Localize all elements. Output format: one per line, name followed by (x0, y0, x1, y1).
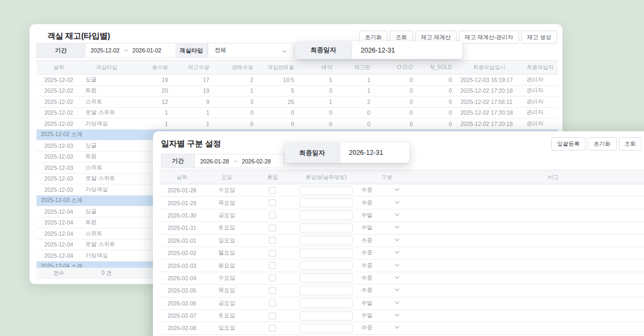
inventory-button-4[interactable]: 재고 생성 (521, 31, 557, 44)
inventory-column-header: 재고편 (336, 61, 375, 74)
room-type-label: 객실타입 (175, 43, 208, 57)
table-cell: 1 (298, 74, 336, 85)
holiday-checkbox[interactable] (269, 250, 276, 257)
holiday-checkbox[interactable] (269, 237, 276, 244)
room-type-select[interactable]: 전체 (208, 43, 294, 57)
inventory-button-3[interactable]: 재고 재계산-관리자 (459, 31, 519, 44)
day-of-week-cell: 금요일 (204, 210, 250, 221)
holiday-checkbox[interactable] (269, 274, 276, 281)
holiday-checkbox[interactable] (269, 312, 276, 319)
period-end-input[interactable]: 2026-01-02 (133, 47, 162, 54)
table-cell: 트윈 (81, 86, 132, 96)
category-select[interactable]: 주중 (361, 274, 413, 282)
holiday-checkbox[interactable] (269, 300, 276, 307)
holiday-name-input[interactable] (299, 223, 353, 233)
holiday-checkbox[interactable] (269, 262, 276, 269)
chevron-down-icon (282, 48, 287, 53)
category-select[interactable]: 주말 (361, 312, 413, 319)
table-row[interactable]: 2026-01-29목요일주중 (160, 197, 644, 209)
chevron-down-icon (395, 299, 399, 303)
table-row[interactable]: 2025-12-02로얄 스위트110000002025-12-02 17:20… (36, 108, 558, 119)
row-count-label: 건수 (36, 268, 81, 278)
holiday-name-input[interactable] (299, 198, 353, 207)
inventory-filterbar: 기간 2025-12-02 ~ 2026-01-02 객실타입 전체 (36, 43, 294, 58)
table-cell: 관리자 (522, 96, 558, 107)
category-select[interactable]: 주중 (361, 262, 413, 270)
category-select[interactable]: 주중 (361, 186, 413, 194)
holiday-checkbox[interactable] (269, 287, 276, 294)
period-start-input[interactable]: 2026-01-28 (200, 158, 229, 165)
holiday-name-input[interactable] (299, 298, 353, 308)
table-row[interactable]: 2026-02-04수요일주중 (160, 272, 644, 285)
holiday-name-input[interactable] (299, 286, 353, 295)
table-row[interactable]: 2026-02-07토요일주말 (160, 310, 644, 322)
holiday-name-input[interactable] (299, 211, 353, 220)
daily-column-header: 날짜 (160, 170, 204, 184)
category-select[interactable]: 주말 (361, 224, 413, 232)
table-row[interactable]: 2026-02-01일요일주중 (160, 235, 644, 247)
table-row[interactable]: 2026-02-06금요일주말 (160, 297, 644, 310)
table-row[interactable]: 2025-12-02싱글1917210.511002025-12-03 16:1… (36, 74, 558, 86)
category-value: 주말 (361, 212, 372, 219)
final-date-input[interactable]: 2026-12-31 (352, 41, 463, 59)
category-select[interactable]: 주중 (361, 324, 413, 332)
holiday-name-input[interactable] (299, 236, 353, 245)
table-row[interactable]: 2026-02-02월요일주중 (160, 247, 644, 259)
holiday-name-input[interactable] (299, 324, 353, 333)
table-cell: 1 (336, 86, 375, 96)
daily-button-2[interactable]: 조회 (619, 137, 642, 151)
holiday-checkbox[interactable] (269, 212, 276, 219)
holiday-name-input[interactable] (299, 261, 353, 270)
table-cell: 싱글 (81, 140, 132, 151)
category-select[interactable]: 주중 (361, 287, 413, 294)
table-row[interactable]: 2025-12-02가상객실110000002025-12-02 17:20:1… (36, 118, 558, 130)
final-date-input[interactable]: 2026-12-31 (340, 143, 409, 163)
holiday-name-input[interactable] (299, 273, 353, 282)
table-row[interactable]: 2025-12-02스위트12932512002025-12-02 17:56:… (36, 96, 558, 108)
table-row[interactable]: 2026-01-30금요일주말 (160, 210, 644, 222)
category-select[interactable]: 주말 (361, 212, 413, 219)
table-cell: 20 (132, 86, 172, 96)
category-select[interactable]: 주중 (361, 249, 413, 257)
period-end-input[interactable]: 2026-02-28 (242, 158, 271, 165)
holiday-name-input[interactable] (299, 249, 353, 258)
category-select[interactable]: 주중 (361, 237, 413, 244)
table-row[interactable]: 2026-02-03화요일주중 (160, 259, 644, 272)
table-cell: 10.5 (258, 74, 298, 85)
note-cell (417, 285, 644, 296)
daily-button-1[interactable]: 초기화 (588, 137, 617, 151)
chevron-down-icon (395, 237, 399, 241)
category-value: 주중 (361, 249, 372, 257)
table-cell: 0 (336, 118, 375, 129)
period-range: 2026-01-28 ~ 2026-02-28 (195, 154, 284, 168)
date-cell: 2026-02-03 (160, 259, 204, 271)
table-row[interactable]: 2025-12-02트윈20191501002025-12-02 17:20:1… (36, 86, 558, 97)
period-start-input[interactable]: 2025-12-02 (91, 47, 120, 54)
holiday-name-input[interactable] (299, 311, 353, 320)
holiday-checkbox[interactable] (269, 325, 276, 332)
table-cell: 스위트 (81, 228, 132, 239)
table-row[interactable]: 2026-01-31토요일주말 (160, 222, 644, 234)
inventory-column-header: O.O.O (375, 61, 417, 74)
note-cell (417, 222, 644, 234)
category-cell: 주중 (357, 322, 417, 334)
note-cell (417, 322, 644, 334)
holiday-name-input[interactable] (299, 186, 353, 195)
table-cell: 9 (172, 96, 214, 107)
inventory-column-header: 판매수량 (214, 61, 258, 74)
table-row[interactable]: 2026-02-05목요일주중 (160, 285, 644, 297)
table-cell: 0 (375, 74, 417, 85)
category-value: 주중 (361, 324, 372, 332)
table-cell: 0 (336, 108, 375, 118)
table-cell: 1 (336, 74, 375, 85)
category-select[interactable]: 주말 (361, 300, 413, 307)
holiday-checkbox[interactable] (269, 225, 276, 232)
holiday-checkbox[interactable] (269, 199, 276, 206)
category-select[interactable]: 주중 (361, 199, 413, 207)
holiday-checkbox[interactable] (269, 187, 276, 194)
daily-button-0[interactable]: 일괄등록 (551, 137, 586, 151)
table-row[interactable]: 2026-01-28수요일주중 (160, 184, 644, 197)
table-row[interactable]: 2026-02-08일요일주중 (160, 322, 644, 334)
category-cell: 주말 (357, 222, 417, 234)
table-cell: 0 (298, 108, 336, 118)
